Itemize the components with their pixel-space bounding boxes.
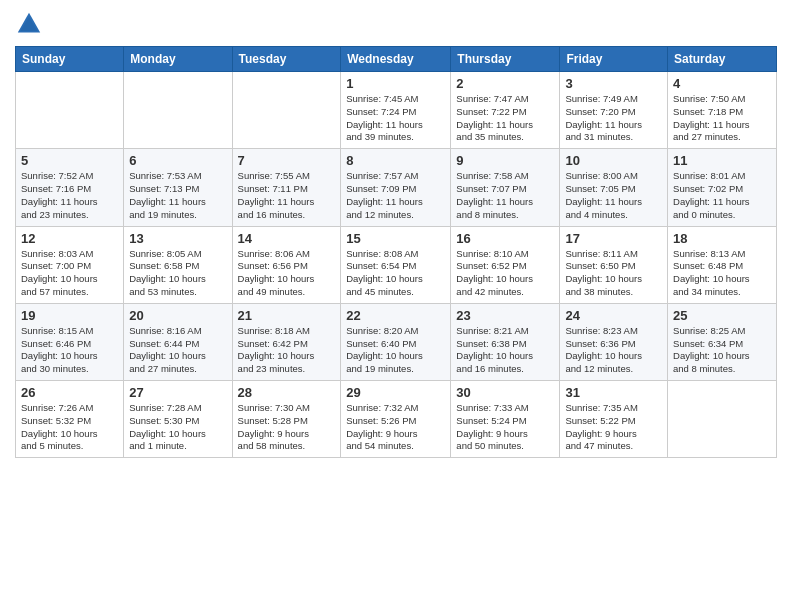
calendar-day-cell: 29Sunrise: 7:32 AM Sunset: 5:26 PM Dayli… (341, 381, 451, 458)
calendar-day-cell: 20Sunrise: 8:16 AM Sunset: 6:44 PM Dayli… (124, 303, 232, 380)
day-info: Sunrise: 7:52 AM Sunset: 7:16 PM Dayligh… (21, 170, 118, 221)
calendar-day-cell: 1Sunrise: 7:45 AM Sunset: 7:24 PM Daylig… (341, 72, 451, 149)
day-info: Sunrise: 8:15 AM Sunset: 6:46 PM Dayligh… (21, 325, 118, 376)
day-info: Sunrise: 8:21 AM Sunset: 6:38 PM Dayligh… (456, 325, 554, 376)
calendar-day-cell: 17Sunrise: 8:11 AM Sunset: 6:50 PM Dayli… (560, 226, 668, 303)
calendar-day-header: Thursday (451, 47, 560, 72)
calendar-day-cell: 8Sunrise: 7:57 AM Sunset: 7:09 PM Daylig… (341, 149, 451, 226)
day-info: Sunrise: 7:28 AM Sunset: 5:30 PM Dayligh… (129, 402, 226, 453)
calendar-header-row: SundayMondayTuesdayWednesdayThursdayFrid… (16, 47, 777, 72)
day-number: 7 (238, 153, 336, 168)
day-number: 16 (456, 231, 554, 246)
calendar-day-cell: 24Sunrise: 8:23 AM Sunset: 6:36 PM Dayli… (560, 303, 668, 380)
day-info: Sunrise: 7:33 AM Sunset: 5:24 PM Dayligh… (456, 402, 554, 453)
day-info: Sunrise: 8:18 AM Sunset: 6:42 PM Dayligh… (238, 325, 336, 376)
day-number: 28 (238, 385, 336, 400)
day-info: Sunrise: 8:16 AM Sunset: 6:44 PM Dayligh… (129, 325, 226, 376)
day-number: 13 (129, 231, 226, 246)
logo (15, 10, 47, 38)
calendar-day-header: Sunday (16, 47, 124, 72)
calendar-day-cell: 13Sunrise: 8:05 AM Sunset: 6:58 PM Dayli… (124, 226, 232, 303)
day-number: 11 (673, 153, 771, 168)
day-info: Sunrise: 8:05 AM Sunset: 6:58 PM Dayligh… (129, 248, 226, 299)
calendar-day-header: Wednesday (341, 47, 451, 72)
logo-icon (15, 10, 43, 38)
day-info: Sunrise: 8:06 AM Sunset: 6:56 PM Dayligh… (238, 248, 336, 299)
day-number: 24 (565, 308, 662, 323)
day-info: Sunrise: 8:13 AM Sunset: 6:48 PM Dayligh… (673, 248, 771, 299)
calendar-day-cell: 14Sunrise: 8:06 AM Sunset: 6:56 PM Dayli… (232, 226, 341, 303)
calendar-day-cell: 31Sunrise: 7:35 AM Sunset: 5:22 PM Dayli… (560, 381, 668, 458)
day-number: 26 (21, 385, 118, 400)
day-info: Sunrise: 7:55 AM Sunset: 7:11 PM Dayligh… (238, 170, 336, 221)
day-info: Sunrise: 7:35 AM Sunset: 5:22 PM Dayligh… (565, 402, 662, 453)
calendar-day-cell: 6Sunrise: 7:53 AM Sunset: 7:13 PM Daylig… (124, 149, 232, 226)
day-number: 20 (129, 308, 226, 323)
day-info: Sunrise: 7:30 AM Sunset: 5:28 PM Dayligh… (238, 402, 336, 453)
calendar-day-cell: 15Sunrise: 8:08 AM Sunset: 6:54 PM Dayli… (341, 226, 451, 303)
calendar-day-header: Tuesday (232, 47, 341, 72)
day-number: 10 (565, 153, 662, 168)
day-info: Sunrise: 7:50 AM Sunset: 7:18 PM Dayligh… (673, 93, 771, 144)
day-info: Sunrise: 8:00 AM Sunset: 7:05 PM Dayligh… (565, 170, 662, 221)
day-info: Sunrise: 7:58 AM Sunset: 7:07 PM Dayligh… (456, 170, 554, 221)
calendar-day-cell: 16Sunrise: 8:10 AM Sunset: 6:52 PM Dayli… (451, 226, 560, 303)
day-number: 21 (238, 308, 336, 323)
calendar-week-row: 5Sunrise: 7:52 AM Sunset: 7:16 PM Daylig… (16, 149, 777, 226)
day-info: Sunrise: 8:03 AM Sunset: 7:00 PM Dayligh… (21, 248, 118, 299)
day-number: 30 (456, 385, 554, 400)
calendar-day-cell (668, 381, 777, 458)
calendar-day-cell: 22Sunrise: 8:20 AM Sunset: 6:40 PM Dayli… (341, 303, 451, 380)
calendar-day-header: Monday (124, 47, 232, 72)
calendar-day-cell: 5Sunrise: 7:52 AM Sunset: 7:16 PM Daylig… (16, 149, 124, 226)
day-number: 14 (238, 231, 336, 246)
calendar-day-cell: 11Sunrise: 8:01 AM Sunset: 7:02 PM Dayli… (668, 149, 777, 226)
day-number: 2 (456, 76, 554, 91)
calendar-week-row: 1Sunrise: 7:45 AM Sunset: 7:24 PM Daylig… (16, 72, 777, 149)
calendar-day-cell: 27Sunrise: 7:28 AM Sunset: 5:30 PM Dayli… (124, 381, 232, 458)
day-number: 18 (673, 231, 771, 246)
day-number: 27 (129, 385, 226, 400)
calendar-day-cell: 30Sunrise: 7:33 AM Sunset: 5:24 PM Dayli… (451, 381, 560, 458)
calendar-day-cell: 28Sunrise: 7:30 AM Sunset: 5:28 PM Dayli… (232, 381, 341, 458)
day-number: 4 (673, 76, 771, 91)
calendar-day-cell: 21Sunrise: 8:18 AM Sunset: 6:42 PM Dayli… (232, 303, 341, 380)
calendar-week-row: 19Sunrise: 8:15 AM Sunset: 6:46 PM Dayli… (16, 303, 777, 380)
day-number: 1 (346, 76, 445, 91)
day-info: Sunrise: 8:20 AM Sunset: 6:40 PM Dayligh… (346, 325, 445, 376)
calendar-day-cell: 18Sunrise: 8:13 AM Sunset: 6:48 PM Dayli… (668, 226, 777, 303)
day-number: 6 (129, 153, 226, 168)
day-number: 22 (346, 308, 445, 323)
header (15, 10, 777, 38)
day-info: Sunrise: 7:53 AM Sunset: 7:13 PM Dayligh… (129, 170, 226, 221)
day-info: Sunrise: 7:57 AM Sunset: 7:09 PM Dayligh… (346, 170, 445, 221)
calendar-day-cell (124, 72, 232, 149)
day-info: Sunrise: 7:47 AM Sunset: 7:22 PM Dayligh… (456, 93, 554, 144)
calendar-day-cell (232, 72, 341, 149)
day-number: 5 (21, 153, 118, 168)
day-number: 25 (673, 308, 771, 323)
day-info: Sunrise: 8:23 AM Sunset: 6:36 PM Dayligh… (565, 325, 662, 376)
calendar-table: SundayMondayTuesdayWednesdayThursdayFrid… (15, 46, 777, 458)
calendar-day-cell: 4Sunrise: 7:50 AM Sunset: 7:18 PM Daylig… (668, 72, 777, 149)
day-info: Sunrise: 7:32 AM Sunset: 5:26 PM Dayligh… (346, 402, 445, 453)
calendar-day-header: Friday (560, 47, 668, 72)
day-number: 19 (21, 308, 118, 323)
calendar-day-cell: 10Sunrise: 8:00 AM Sunset: 7:05 PM Dayli… (560, 149, 668, 226)
calendar-day-cell: 12Sunrise: 8:03 AM Sunset: 7:00 PM Dayli… (16, 226, 124, 303)
calendar-day-cell: 2Sunrise: 7:47 AM Sunset: 7:22 PM Daylig… (451, 72, 560, 149)
day-number: 29 (346, 385, 445, 400)
day-number: 8 (346, 153, 445, 168)
page: SundayMondayTuesdayWednesdayThursdayFrid… (0, 0, 792, 612)
day-number: 17 (565, 231, 662, 246)
calendar-day-cell: 7Sunrise: 7:55 AM Sunset: 7:11 PM Daylig… (232, 149, 341, 226)
day-number: 12 (21, 231, 118, 246)
day-info: Sunrise: 7:45 AM Sunset: 7:24 PM Dayligh… (346, 93, 445, 144)
day-number: 9 (456, 153, 554, 168)
day-info: Sunrise: 8:08 AM Sunset: 6:54 PM Dayligh… (346, 248, 445, 299)
calendar-day-cell: 23Sunrise: 8:21 AM Sunset: 6:38 PM Dayli… (451, 303, 560, 380)
day-info: Sunrise: 8:25 AM Sunset: 6:34 PM Dayligh… (673, 325, 771, 376)
calendar-day-cell: 3Sunrise: 7:49 AM Sunset: 7:20 PM Daylig… (560, 72, 668, 149)
calendar-week-row: 12Sunrise: 8:03 AM Sunset: 7:00 PM Dayli… (16, 226, 777, 303)
day-number: 31 (565, 385, 662, 400)
